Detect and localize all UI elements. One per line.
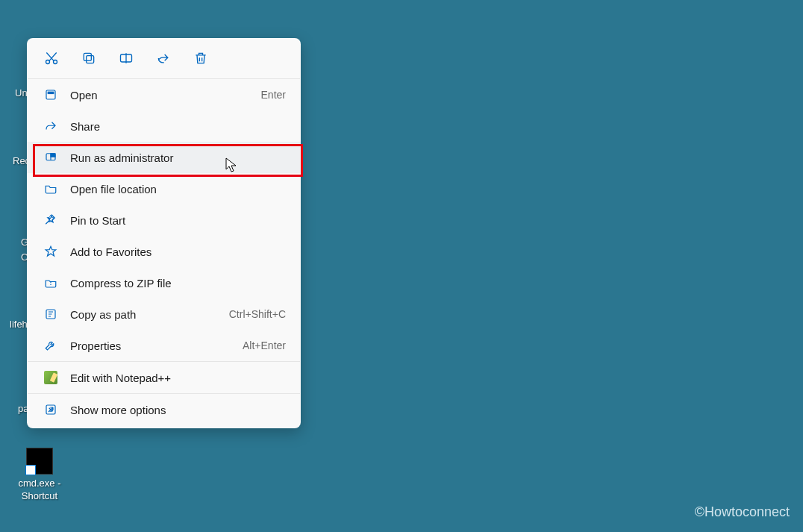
menu-item-share[interactable]: Share: [27, 110, 301, 142]
star-icon: [42, 242, 60, 260]
delete-icon[interactable]: [191, 48, 210, 68]
desktop-icon-cmd-shortcut[interactable]: cmd.exe - Shortcut: [13, 448, 66, 503]
svg-rect-3: [84, 53, 91, 60]
menu-item-open[interactable]: Open Enter: [27, 79, 301, 110]
menu-label: Compress to ZIP file: [70, 277, 286, 290]
context-menu: Open Enter Share Run as administrator Op…: [27, 38, 301, 428]
menu-shortcut: Alt+Enter: [243, 339, 286, 351]
menu-item-add-to-favorites[interactable]: Add to Favorites: [27, 236, 301, 267]
menu-label: Share: [70, 120, 286, 133]
menu-label: Copy as path: [70, 308, 229, 321]
menu-item-open-file-location[interactable]: Open file location: [27, 173, 301, 204]
watermark-text: ©Howtoconnect: [695, 504, 790, 520]
menu-item-copy-as-path[interactable]: Copy as path Ctrl+Shift+C: [27, 298, 301, 330]
menu-item-properties[interactable]: Properties Alt+Enter: [27, 330, 301, 361]
rename-icon[interactable]: [116, 48, 136, 68]
pin-icon: [42, 211, 60, 229]
notepadpp-icon: [42, 369, 60, 387]
menu-label: Open: [70, 89, 261, 101]
folder-icon: [42, 180, 60, 198]
share-icon[interactable]: [154, 48, 173, 68]
cmd-icon: [26, 448, 53, 475]
menu-item-compress-zip[interactable]: Compress to ZIP file: [27, 267, 301, 298]
cut-icon[interactable]: [42, 48, 61, 68]
svg-rect-2: [87, 56, 94, 63]
menu-item-show-more-options[interactable]: Show more options: [27, 394, 301, 425]
copy-icon[interactable]: [79, 48, 99, 68]
open-icon: [42, 86, 60, 104]
zip-icon: [42, 274, 60, 292]
path-icon: [42, 305, 60, 323]
svg-point-0: [46, 60, 50, 64]
svg-rect-6: [48, 92, 54, 93]
desktop-label-partial: Un: [15, 87, 28, 98]
shield-icon: [42, 148, 60, 166]
desktop-label-partial: lifeh: [10, 319, 28, 330]
desktop-icon-label: cmd.exe - Shortcut: [13, 478, 66, 503]
menu-item-edit-notepadpp[interactable]: Edit with Notepad++: [27, 362, 301, 393]
wrench-icon: [42, 337, 60, 354]
svg-point-1: [54, 60, 57, 64]
menu-label: Run as administrator: [70, 151, 286, 164]
menu-shortcut: Enter: [261, 89, 286, 101]
menu-label: Open file location: [70, 183, 286, 195]
quick-actions-bar: [27, 38, 301, 78]
more-icon: [42, 401, 60, 419]
share-arrow-icon: [42, 117, 60, 135]
menu-label: Show more options: [70, 404, 286, 416]
menu-item-pin-to-start[interactable]: Pin to Start: [27, 204, 301, 236]
menu-label: Properties: [70, 339, 243, 352]
menu-item-run-as-admin[interactable]: Run as administrator: [27, 142, 301, 173]
menu-label: Edit with Notepad++: [70, 372, 286, 384]
menu-shortcut: Ctrl+Shift+C: [229, 308, 286, 320]
menu-label: Pin to Start: [70, 214, 286, 227]
menu-label: Add to Favorites: [70, 245, 286, 258]
